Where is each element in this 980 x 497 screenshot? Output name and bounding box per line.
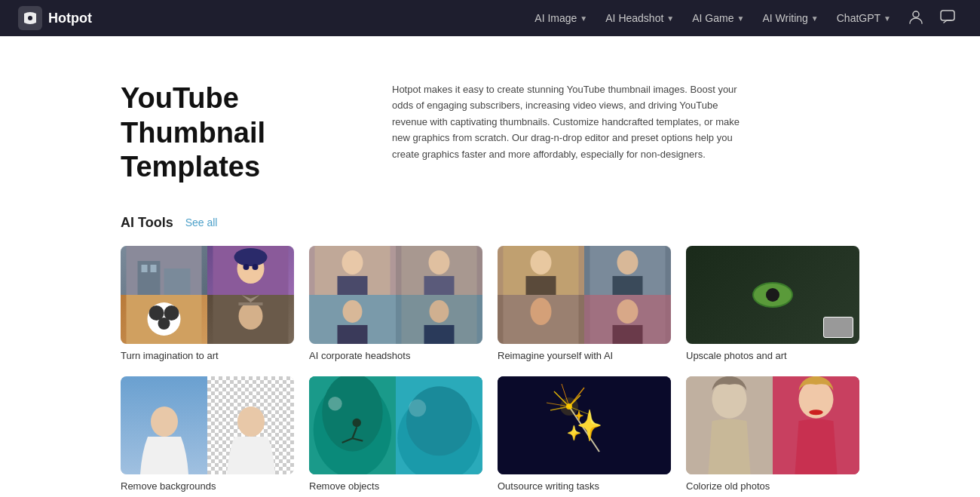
svg-point-32: [430, 300, 449, 323]
tool-image-colorize: [686, 376, 859, 474]
svg-point-26: [429, 250, 450, 275]
svg-rect-21: [239, 302, 263, 305]
navbar: Hotpot AI Image ▼ AI Headshot ▼ AI Game …: [0, 0, 980, 36]
nav-chatgpt[interactable]: ChatGPT ▼: [829, 8, 899, 29]
tool-label-writing: Outsource writing tasks: [498, 480, 671, 492]
nav-ai-image[interactable]: AI Image ▼: [527, 8, 595, 29]
chevron-down-icon: ▼: [580, 14, 587, 23]
section-title: AI Tools: [121, 215, 173, 231]
tool-label-upscale: Upscale photos and art: [686, 350, 859, 361]
hero-description: Hotpot makes it easy to create stunning …: [392, 81, 754, 162]
svg-point-38: [617, 250, 639, 275]
svg-point-11: [234, 248, 268, 266]
svg-point-13: [253, 264, 259, 270]
svg-rect-61: [498, 376, 671, 474]
svg-rect-44: [613, 325, 643, 344]
tools-grid: Turn imagination to art: [121, 246, 859, 492]
nav-ai-writing[interactable]: AI Writing ▼: [755, 8, 825, 29]
svg-point-23: [342, 250, 363, 275]
tool-card-headshots[interactable]: AI corporate headshots: [309, 246, 482, 361]
svg-point-12: [243, 264, 250, 270]
message-icon[interactable]: [933, 5, 962, 32]
svg-rect-8: [151, 265, 157, 272]
tool-label-headshots: AI corporate headshots: [309, 350, 482, 361]
brand-link[interactable]: Hotpot: [18, 6, 92, 30]
chevron-down-icon: ▼: [811, 14, 819, 23]
thumbnail-inset: [823, 317, 853, 338]
tool-card-writing[interactable]: Outsource writing tasks: [498, 376, 671, 492]
tool-image-remove-bg: [121, 376, 294, 474]
nav-ai-headshot[interactable]: AI Headshot ▼: [598, 8, 681, 29]
svg-point-20: [239, 302, 263, 330]
svg-rect-39: [613, 276, 643, 295]
svg-point-59: [406, 386, 472, 456]
svg-point-60: [409, 399, 426, 416]
hero-left: YouTube Thumbnail Templates: [121, 81, 332, 185]
section-header: AI Tools See all: [121, 215, 859, 231]
tool-image-upscale: [686, 246, 859, 344]
svg-point-45: [151, 406, 178, 437]
tool-label-remove-bg: Remove backgrounds: [121, 480, 294, 492]
tool-card-imagination[interactable]: Turn imagination to art: [121, 246, 294, 361]
svg-point-35: [531, 250, 552, 275]
tool-label-imagination: Turn imagination to art: [121, 350, 294, 361]
svg-point-76: [809, 410, 822, 415]
tool-image-headshots: [309, 246, 482, 344]
hero-section: YouTube Thumbnail Templates Hotpot makes…: [0, 36, 980, 215]
tool-card-remove-bg[interactable]: Remove backgrounds: [121, 376, 294, 492]
hero-right: Hotpot makes it easy to create stunning …: [392, 81, 754, 162]
tool-image-reimagine: [498, 246, 671, 344]
svg-rect-3: [941, 11, 954, 20]
svg-rect-30: [338, 325, 368, 344]
brand-name: Hotpot: [48, 11, 92, 26]
svg-point-51: [322, 376, 383, 452]
user-icon[interactable]: [902, 5, 930, 32]
svg-point-71: [560, 397, 578, 416]
ai-tools-section: AI Tools See all: [0, 215, 980, 497]
hero-title: YouTube Thumbnail Templates: [121, 81, 332, 185]
svg-rect-5: [138, 261, 161, 295]
svg-point-52: [328, 397, 341, 410]
tool-label-remove-objects: Remove objects: [309, 480, 482, 492]
svg-point-29: [343, 300, 363, 323]
tool-label-reimagine: Reimagine yourself with AI: [498, 350, 671, 361]
svg-rect-24: [338, 276, 368, 295]
svg-point-18: [158, 318, 170, 330]
tool-card-remove-objects[interactable]: Remove objects: [309, 376, 482, 492]
nav-ai-game[interactable]: AI Game ▼: [684, 8, 752, 29]
chevron-down-icon: ▼: [666, 14, 674, 23]
svg-point-1: [28, 16, 32, 20]
chevron-down-icon: ▼: [884, 14, 891, 23]
see-all-link[interactable]: See all: [185, 216, 218, 229]
svg-point-73: [712, 380, 747, 419]
tool-card-upscale[interactable]: Upscale photos and art: [686, 246, 859, 361]
svg-point-43: [617, 299, 639, 324]
tool-image-writing: [498, 376, 671, 474]
svg-point-47: [237, 406, 265, 437]
nav-items: AI Image ▼ AI Headshot ▼ AI Game ▼ AI Wr…: [527, 5, 962, 32]
svg-rect-27: [424, 276, 455, 295]
svg-line-66: [569, 406, 588, 414]
svg-rect-6: [164, 268, 191, 295]
svg-point-53: [353, 419, 362, 428]
svg-rect-33: [424, 325, 455, 344]
tool-card-colorize[interactable]: Colorize old photos: [686, 376, 859, 492]
brand-logo-icon: [18, 6, 42, 30]
svg-point-41: [531, 298, 552, 325]
chevron-down-icon: ▼: [737, 14, 744, 23]
svg-rect-7: [142, 265, 148, 272]
svg-point-2: [913, 11, 919, 17]
svg-rect-36: [526, 276, 556, 295]
tool-image-remove-objects: [309, 376, 482, 474]
tool-label-colorize: Colorize old photos: [686, 480, 859, 492]
tool-card-reimagine[interactable]: Reimagine yourself with AI: [498, 246, 671, 361]
tool-image-imagination: [121, 246, 294, 344]
